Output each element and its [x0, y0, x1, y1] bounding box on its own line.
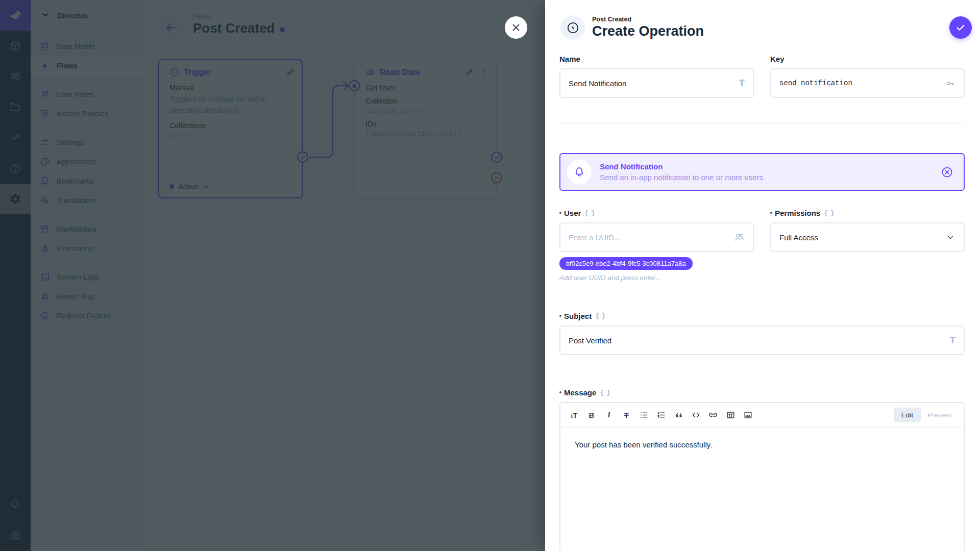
- edited-dot: [559, 315, 561, 317]
- chevron-down-icon: [945, 232, 955, 242]
- editor-toolbar: tTBITEdit Preview: [560, 403, 964, 428]
- bullet-list-icon: [639, 410, 649, 420]
- drawer-header-text: Post Created Create Operation: [592, 16, 704, 39]
- title-icon: T: [949, 335, 955, 346]
- message-label: Message { }: [559, 387, 965, 398]
- edit-tab[interactable]: Edit: [894, 408, 921, 422]
- raw-value-toggle-icon[interactable]: { }: [584, 209, 596, 217]
- toolbar-strikethrough-button[interactable]: T: [618, 406, 635, 423]
- quote-icon: [674, 410, 683, 420]
- edited-dot: [559, 212, 561, 214]
- permissions-field: Permissions { } Full Access: [770, 207, 965, 282]
- close-drawer-button[interactable]: [505, 16, 527, 39]
- key-icon: [945, 78, 955, 89]
- banner-title: Send Notification: [600, 162, 763, 171]
- banner-text: Send Notification Send an in-app notific…: [600, 162, 763, 182]
- name-label: Name: [559, 53, 754, 64]
- key-input-wrap: [770, 68, 965, 98]
- raw-value-toggle-icon[interactable]: { }: [824, 209, 835, 217]
- key-label: Key: [770, 53, 965, 64]
- user-uuid-chip[interactable]: bf02c5e9-ebe2-4bf4-9fc5-3c00811a7a8a: [559, 257, 693, 270]
- user-label: User { }: [559, 207, 754, 218]
- raw-value-toggle-icon[interactable]: { }: [600, 389, 611, 396]
- drawer-title: Create Operation: [592, 23, 704, 39]
- link-icon: [708, 410, 718, 420]
- code-icon: [691, 410, 701, 420]
- toolbar-numbered-list-button[interactable]: [652, 406, 670, 423]
- notification-bell-icon: [573, 166, 585, 178]
- banner-icon-wrap: [567, 160, 592, 184]
- operation-form: Name T Key: [559, 53, 965, 551]
- table-icon: [726, 410, 736, 420]
- preview-tab[interactable]: Preview: [921, 408, 959, 422]
- subject-label: Subject { }: [559, 310, 965, 321]
- check-icon: [955, 22, 966, 33]
- title-icon: T: [739, 78, 745, 89]
- toolbar-quote-button[interactable]: [670, 406, 687, 423]
- name-input[interactable]: [569, 79, 732, 88]
- markdown-editor: tTBITEdit Preview Your post has been ver…: [559, 402, 965, 551]
- users-icon: [733, 232, 745, 243]
- message-field: Message { } tTBITEdit Preview Your post …: [559, 387, 965, 551]
- close-icon: [510, 22, 522, 33]
- subject-field: Subject { } T: [559, 310, 965, 355]
- user-helper-text: Add user UUID and press enter...: [559, 274, 754, 282]
- name-input-wrap: T: [559, 68, 754, 98]
- permissions-label: Permissions { }: [770, 207, 965, 218]
- toolbar-link-button[interactable]: [704, 406, 722, 423]
- drawer-header: Post Created Create Operation: [560, 15, 704, 40]
- user-input-wrap: [559, 222, 754, 252]
- numbered-list-icon: [656, 410, 666, 420]
- toolbar-code-button[interactable]: [687, 406, 704, 423]
- save-button[interactable]: [949, 16, 972, 39]
- banner-subtitle: Send an in-app notification to one or mo…: [600, 173, 763, 182]
- user-field: User { } bf02c5e9-ebe2-4bf4-9fc5-3c00811…: [559, 207, 754, 282]
- toolbar-heading-button[interactable]: tT: [566, 406, 583, 423]
- name-field: Name T: [559, 53, 754, 98]
- dim-overlay[interactable]: [0, 0, 545, 551]
- image-icon: [743, 410, 753, 420]
- deselect-operation-icon[interactable]: [941, 166, 953, 179]
- permissions-select[interactable]: Full Access: [770, 222, 965, 252]
- toolbar-image-button[interactable]: [739, 406, 756, 423]
- toolbar-bullet-list-button[interactable]: [635, 406, 652, 423]
- flow-bolt-icon: [566, 21, 580, 35]
- message-content[interactable]: Your post has been verified successfully…: [560, 428, 964, 462]
- toolbar-bold-button[interactable]: B: [583, 406, 600, 423]
- edited-dot: [770, 212, 772, 214]
- section-divider: [559, 122, 965, 123]
- raw-value-toggle-icon[interactable]: { }: [595, 312, 606, 320]
- subject-input-wrap: T: [559, 325, 965, 355]
- operation-type-banner: Send Notification Send an in-app notific…: [559, 153, 965, 191]
- toolbar-italic-button[interactable]: I: [600, 406, 618, 423]
- create-operation-drawer: Post Created Create Operation Name T Key: [545, 0, 980, 551]
- operation-header-icon-wrap: [560, 15, 585, 40]
- key-input[interactable]: [779, 79, 939, 87]
- user-uuid-input[interactable]: [569, 233, 727, 242]
- toolbar-table-button[interactable]: [722, 406, 739, 423]
- key-field: Key: [770, 53, 965, 98]
- directus-app: Directus Data ModelFlowsUser RolesAccess…: [0, 0, 980, 551]
- drawer-breadcrumb: Post Created: [592, 16, 704, 23]
- subject-input[interactable]: [569, 336, 943, 345]
- edited-dot: [559, 391, 561, 393]
- permissions-value: Full Access: [779, 233, 939, 242]
